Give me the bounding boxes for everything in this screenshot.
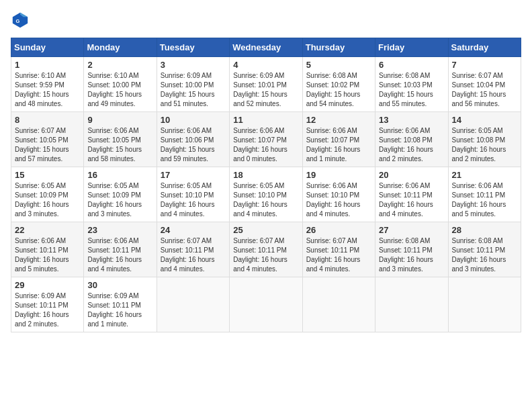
calendar-cell: 28Sunrise: 6:08 AM Sunset: 10:11 PM Dayl… [448,222,521,277]
calendar-cell [157,277,229,332]
day-info: Sunrise: 6:05 AM Sunset: 10:10 PM Daylig… [161,181,226,219]
logo: G [11,11,32,30]
calendar-cell: 4Sunrise: 6:09 AM Sunset: 10:01 PM Dayli… [230,57,302,112]
calendar-header-saturday: Saturday [448,38,521,57]
day-info: Sunrise: 6:08 AM Sunset: 10:11 PM Daylig… [379,236,444,274]
calendar-week-row: 1Sunrise: 6:10 AM Sunset: 9:59 PM Daylig… [11,57,521,112]
day-info: Sunrise: 6:09 AM Sunset: 10:11 PM Daylig… [87,291,152,329]
calendar-cell: 26Sunrise: 6:07 AM Sunset: 10:11 PM Dayl… [302,222,375,277]
day-info: Sunrise: 6:06 AM Sunset: 10:11 PM Daylig… [15,236,80,274]
day-info: Sunrise: 6:08 AM Sunset: 10:02 PM Daylig… [306,71,371,109]
day-number: 17 [161,170,226,180]
day-info: Sunrise: 6:05 AM Sunset: 10:08 PM Daylig… [452,126,517,164]
day-info: Sunrise: 6:09 AM Sunset: 10:01 PM Daylig… [233,71,298,109]
calendar-header-row: SundayMondayTuesdayWednesdayThursdayFrid… [11,38,521,57]
day-number: 1 [15,60,80,70]
calendar-header-thursday: Thursday [302,38,375,57]
calendar-cell: 10Sunrise: 6:06 AM Sunset: 10:06 PM Dayl… [157,112,229,167]
day-info: Sunrise: 6:07 AM Sunset: 10:11 PM Daylig… [161,236,226,274]
calendar-cell: 1Sunrise: 6:10 AM Sunset: 9:59 PM Daylig… [11,57,84,112]
calendar-cell: 17Sunrise: 6:05 AM Sunset: 10:10 PM Dayl… [157,167,229,222]
calendar-cell: 25Sunrise: 6:07 AM Sunset: 10:11 PM Dayl… [230,222,302,277]
day-info: Sunrise: 6:06 AM Sunset: 10:11 PM Daylig… [379,181,444,219]
calendar-cell [375,277,448,332]
day-number: 25 [233,225,298,235]
day-number: 26 [306,225,371,235]
calendar-cell: 13Sunrise: 6:06 AM Sunset: 10:08 PM Dayl… [375,112,448,167]
calendar-cell: 18Sunrise: 6:05 AM Sunset: 10:10 PM Dayl… [230,167,302,222]
calendar-week-row: 22Sunrise: 6:06 AM Sunset: 10:11 PM Dayl… [11,222,521,277]
day-number: 18 [233,170,298,180]
day-info: Sunrise: 6:07 AM Sunset: 10:05 PM Daylig… [15,126,80,164]
calendar-cell: 8Sunrise: 6:07 AM Sunset: 10:05 PM Dayli… [11,112,84,167]
day-info: Sunrise: 6:06 AM Sunset: 10:11 PM Daylig… [452,181,517,219]
day-number: 27 [379,225,444,235]
calendar-cell: 30Sunrise: 6:09 AM Sunset: 10:11 PM Dayl… [84,277,157,332]
day-info: Sunrise: 6:06 AM Sunset: 10:05 PM Daylig… [87,126,152,164]
calendar-cell: 2Sunrise: 6:10 AM Sunset: 10:00 PM Dayli… [84,57,157,112]
day-number: 13 [379,115,444,125]
day-info: Sunrise: 6:07 AM Sunset: 10:11 PM Daylig… [306,236,371,274]
day-info: Sunrise: 6:07 AM Sunset: 10:11 PM Daylig… [233,236,298,274]
day-info: Sunrise: 6:09 AM Sunset: 10:11 PM Daylig… [15,291,80,329]
day-number: 14 [452,115,517,125]
day-number: 24 [161,225,226,235]
calendar-cell: 14Sunrise: 6:05 AM Sunset: 10:08 PM Dayl… [448,112,521,167]
calendar-cell: 5Sunrise: 6:08 AM Sunset: 10:02 PM Dayli… [302,57,375,112]
day-number: 21 [452,170,517,180]
day-number: 7 [452,60,517,70]
day-number: 20 [379,170,444,180]
day-number: 2 [87,60,152,70]
day-info: Sunrise: 6:06 AM Sunset: 10:07 PM Daylig… [306,126,371,164]
calendar-week-row: 29Sunrise: 6:09 AM Sunset: 10:11 PM Dayl… [11,277,521,332]
day-number: 23 [87,225,152,235]
day-info: Sunrise: 6:06 AM Sunset: 10:10 PM Daylig… [306,181,371,219]
calendar-header-monday: Monday [84,38,157,57]
calendar-cell: 6Sunrise: 6:08 AM Sunset: 10:03 PM Dayli… [375,57,448,112]
calendar-cell: 29Sunrise: 6:09 AM Sunset: 10:11 PM Dayl… [11,277,84,332]
calendar-cell [448,277,521,332]
calendar-cell: 20Sunrise: 6:06 AM Sunset: 10:11 PM Dayl… [375,167,448,222]
day-number: 19 [306,170,371,180]
calendar-cell: 19Sunrise: 6:06 AM Sunset: 10:10 PM Dayl… [302,167,375,222]
day-number: 8 [15,115,80,125]
page-header: G [11,11,521,30]
calendar-cell: 11Sunrise: 6:06 AM Sunset: 10:07 PM Dayl… [230,112,302,167]
day-number: 12 [306,115,371,125]
day-number: 29 [15,280,80,290]
day-info: Sunrise: 6:08 AM Sunset: 10:03 PM Daylig… [379,71,444,109]
day-info: Sunrise: 6:06 AM Sunset: 10:11 PM Daylig… [87,236,152,274]
day-info: Sunrise: 6:05 AM Sunset: 10:09 PM Daylig… [15,181,80,219]
calendar-cell: 16Sunrise: 6:05 AM Sunset: 10:09 PM Dayl… [84,167,157,222]
day-number: 15 [15,170,80,180]
svg-text:G: G [15,18,19,24]
calendar-cell: 9Sunrise: 6:06 AM Sunset: 10:05 PM Dayli… [84,112,157,167]
day-number: 9 [87,115,152,125]
calendar-header-sunday: Sunday [11,38,84,57]
day-number: 4 [233,60,298,70]
day-number: 16 [87,170,152,180]
calendar-cell: 12Sunrise: 6:06 AM Sunset: 10:07 PM Dayl… [302,112,375,167]
day-info: Sunrise: 6:05 AM Sunset: 10:09 PM Daylig… [87,181,152,219]
calendar-cell: 24Sunrise: 6:07 AM Sunset: 10:11 PM Dayl… [157,222,229,277]
day-info: Sunrise: 6:07 AM Sunset: 10:04 PM Daylig… [452,71,517,109]
calendar-week-row: 15Sunrise: 6:05 AM Sunset: 10:09 PM Dayl… [11,167,521,222]
day-number: 10 [161,115,226,125]
calendar-header-wednesday: Wednesday [230,38,302,57]
day-info: Sunrise: 6:10 AM Sunset: 9:59 PM Dayligh… [15,71,80,109]
calendar-table: SundayMondayTuesdayWednesdayThursdayFrid… [11,38,521,332]
calendar-cell: 7Sunrise: 6:07 AM Sunset: 10:04 PM Dayli… [448,57,521,112]
day-number: 22 [15,225,80,235]
day-info: Sunrise: 6:09 AM Sunset: 10:00 PM Daylig… [161,71,226,109]
day-number: 11 [233,115,298,125]
day-info: Sunrise: 6:06 AM Sunset: 10:06 PM Daylig… [161,126,226,164]
day-number: 6 [379,60,444,70]
calendar-cell: 23Sunrise: 6:06 AM Sunset: 10:11 PM Dayl… [84,222,157,277]
logo-icon: G [11,11,30,30]
calendar-week-row: 8Sunrise: 6:07 AM Sunset: 10:05 PM Dayli… [11,112,521,167]
day-info: Sunrise: 6:08 AM Sunset: 10:11 PM Daylig… [452,236,517,274]
calendar-header-friday: Friday [375,38,448,57]
calendar-cell: 21Sunrise: 6:06 AM Sunset: 10:11 PM Dayl… [448,167,521,222]
calendar-header-tuesday: Tuesday [157,38,229,57]
day-number: 3 [161,60,226,70]
